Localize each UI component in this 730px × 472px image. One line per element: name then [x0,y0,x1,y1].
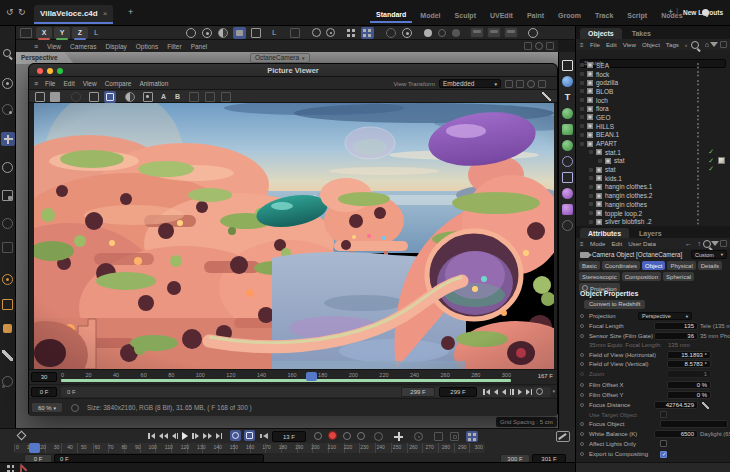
expand-toggle-icon[interactable] [580,63,584,67]
visibility-dots-icon[interactable] [697,158,700,164]
visibility-dots-icon[interactable] [697,63,700,69]
preset-dropdown[interactable]: Custom ▾ [691,250,727,259]
enabled-check-icon[interactable]: ✓ [708,157,714,165]
anim-dot-icon[interactable] [580,432,584,436]
expand-toggle-icon[interactable] [598,159,602,163]
object-tree-row[interactable]: flock ✓ [576,70,730,79]
full-view-icon[interactable] [104,91,116,103]
attributes-menu-item[interactable]: Edit [611,240,622,247]
objects-menu-item[interactable]: › [685,41,687,48]
anim-dot-icon[interactable] [580,393,584,397]
render-view-icon[interactable] [470,27,484,38]
anim-dot-icon[interactable] [580,422,584,426]
layout-tab[interactable]: Model [414,9,446,22]
move-tool-icon[interactable] [1,132,15,146]
visibility-dots-icon[interactable] [697,149,700,155]
projection-dropdown[interactable]: Perspective ▾ [638,312,692,320]
redo-icon[interactable]: ↻ [18,8,26,17]
object-tree-row[interactable]: hangin clothes ✓ [576,200,730,209]
pingpong-mode-button[interactable] [244,430,255,441]
anim-dot-icon[interactable] [580,314,584,318]
rotate-tool-icon[interactable] [2,162,13,173]
scale-tool-icon[interactable] [2,190,13,201]
visibility-dots-icon[interactable] [697,219,700,225]
object-tree-row[interactable]: GEO ✓ [576,113,730,122]
set-b-button[interactable]: B [175,93,180,100]
object-tree-row[interactable]: loch ✓ [576,96,730,105]
save-image-icon[interactable] [50,92,60,102]
render-picture-viewer-icon[interactable] [487,27,501,38]
goto-start-button[interactable] [146,430,157,441]
visibility-dots-icon[interactable] [697,80,700,86]
visibility-dots-icon[interactable] [697,123,700,129]
viewport-menu-item[interactable]: Panel [191,43,208,50]
object-tree-row[interactable]: godzilla ✓ [576,78,730,87]
viewport-menu-item[interactable]: Options [136,43,158,50]
object-tree-row[interactable]: BLOB ✓ [576,87,730,96]
maximize-view-icon[interactable] [546,42,554,50]
prev-frame-button[interactable] [170,430,181,441]
make-editable-icon[interactable] [186,28,196,38]
sound-toggle-icon[interactable] [260,433,268,439]
expand-toggle-icon[interactable] [589,150,593,154]
pv-range-strip[interactable] [61,387,551,397]
fov-vertical-field[interactable]: 8.5783 ° [667,360,711,368]
pen-spline-icon[interactable] [562,60,573,71]
goto-end-button[interactable] [214,430,225,441]
menu-icon[interactable]: ≡ [580,42,584,48]
live-selection-icon[interactable] [2,78,13,89]
texture-mode-icon[interactable] [218,28,228,38]
camera-light-icon[interactable] [562,220,573,231]
attribute-tab-chip[interactable]: Basic [579,261,600,270]
compare-disabled-icon[interactable] [71,92,81,102]
lock-icon[interactable] [720,240,727,247]
layout-tab[interactable]: UVEdit [484,9,519,22]
manager-tab[interactable]: Takes [624,28,659,39]
attribute-tab-chip[interactable]: Composition [622,272,661,281]
affect-lights-checkbox[interactable] [660,440,667,447]
object-tree-row[interactable]: HILLS ✓ [576,122,730,131]
axis-x-button[interactable]: X [36,27,52,39]
pv-menu-item[interactable]: View [83,80,97,87]
object-tree-row[interactable]: hangin clothes.1 ✓ [576,183,730,192]
render-settings-icon[interactable] [504,27,518,38]
cloner-icon[interactable] [562,124,573,135]
focal-length-preset[interactable]: Tele (135 m [700,323,730,329]
primitive-sphere-icon[interactable] [562,76,573,87]
layout-grid-icon[interactable] [6,464,14,472]
field-object-icon[interactable] [562,140,573,151]
enabled-check-icon[interactable]: ✓ [708,165,714,173]
anim-dot-icon[interactable] [580,452,584,456]
keyframe-diamond-icon[interactable] [17,431,27,441]
object-tree-row[interactable]: silver blobfish .2 ✓ [576,217,730,226]
pv-play-button[interactable] [516,386,524,397]
attributes-menu-item[interactable]: User Data [628,240,656,247]
pv-menu-item[interactable]: File [45,80,55,87]
ab-compare-icon[interactable] [125,92,135,102]
enabled-check-icon[interactable]: ✓ [708,148,714,156]
objects-menu-item[interactable]: Edit [606,41,617,48]
key-scale-icon[interactable] [394,432,403,441]
expand-toggle-icon[interactable] [589,194,593,198]
add-layout-icon[interactable]: + [668,8,673,17]
lock-icon[interactable] [290,28,300,38]
visibility-dots-icon[interactable] [697,175,700,181]
camera-dropdown[interactable]: OctaneCamera ▾ [250,53,310,63]
attribute-tab-chip[interactable]: Stereoscopic [579,272,620,281]
expand-toggle-icon[interactable] [580,81,584,85]
attribute-tab-chip[interactable]: Spherical [663,272,694,281]
picture-viewer-titlebar[interactable]: Picture Viewer [29,64,557,77]
pen-tool-icon[interactable] [2,350,13,361]
key-position-icon[interactable] [374,432,383,441]
visibility-dots-icon[interactable] [697,132,700,138]
menu-icon[interactable]: ≡ [580,241,584,247]
filter-panel-icon[interactable] [505,80,513,88]
sensor-size-field[interactable]: 36 [654,332,698,340]
point-mode-icon[interactable] [233,27,246,39]
model-mode-icon[interactable] [202,28,212,38]
anim-dot-icon[interactable] [580,324,584,328]
pv-goto-start-button[interactable] [481,386,492,397]
pv-playhead[interactable] [306,372,317,381]
pv-range-start-field[interactable]: 0 F [31,387,57,397]
deformer-icon[interactable] [562,172,573,183]
